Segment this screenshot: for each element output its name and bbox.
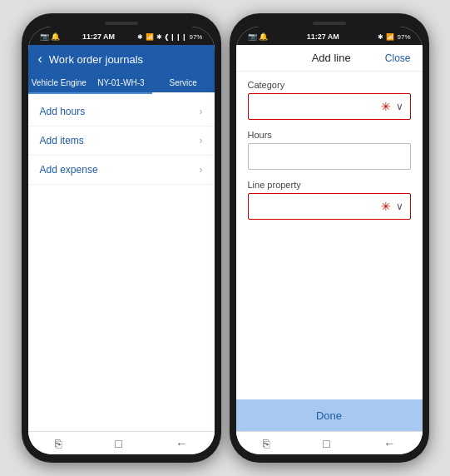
line-property-required-star: ✳	[381, 200, 391, 213]
tab-workorder[interactable]: NY-01-WH-3	[90, 73, 152, 92]
hours-field: Hours	[248, 130, 411, 170]
tab-vehicle-engine[interactable]: Vehicle Engine	[28, 73, 91, 92]
app-header: ‹ Work order journals	[28, 45, 215, 73]
close-button[interactable]: Close	[385, 52, 411, 64]
line-property-input[interactable]: ✳ ∨	[248, 193, 411, 220]
app-title: Work order journals	[49, 53, 143, 66]
nav-recent-icon[interactable]: ⎘	[55, 437, 62, 450]
nav-back-icon-2[interactable]: ←	[383, 437, 395, 450]
phone-1-screen: 📷 🔔 11:27 AM ✱ 📶 ✱ ❰❙❙❙ 97% ‹ Work order…	[28, 27, 215, 454]
nav-bar-1: ⎘ □ ←	[28, 431, 215, 454]
nav-bar-2: ⎘ □ ←	[236, 431, 423, 454]
nav-home-icon[interactable]: □	[115, 437, 121, 450]
line-property-field: Line property ✳ ∨	[248, 180, 411, 220]
status-left-icons-2: 📷 🔔	[248, 32, 269, 41]
hours-input[interactable]	[248, 143, 411, 170]
nav-back-icon[interactable]: ←	[176, 437, 187, 450]
menu-list: Add hours › Add items › Add expense ›	[28, 94, 215, 431]
category-required-star: ✳	[381, 100, 391, 113]
line-property-dropdown-arrow: ∨	[396, 201, 403, 212]
status-bar-2: 📷 🔔 11:27 AM ✱ 📶 97%	[236, 27, 423, 45]
add-hours-arrow: ›	[200, 106, 203, 117]
menu-item-add-items[interactable]: Add items ›	[28, 126, 215, 156]
done-button[interactable]: Done	[316, 409, 342, 422]
category-field: Category ✳ ∨	[248, 80, 411, 120]
status-right-icons-1: ✱ 📶 ✱ ❰❙❙❙ 97%	[137, 33, 202, 41]
form-area: Category ✳ ∨ Hours Line property	[236, 72, 423, 399]
hours-label: Hours	[248, 130, 411, 140]
add-line-header: Add line Close	[236, 45, 423, 72]
back-button[interactable]: ‹	[38, 52, 42, 67]
category-input[interactable]: ✳ ∨	[248, 93, 411, 120]
tab-bar: Vehicle Engine NY-01-WH-3 Service	[28, 73, 215, 94]
add-line-title: Add line	[278, 52, 385, 64]
status-right-icons-2: ✱ 📶 97%	[378, 33, 410, 41]
nav-home-icon-2[interactable]: □	[323, 437, 329, 450]
category-dropdown-arrow: ∨	[396, 101, 403, 112]
menu-item-add-expense[interactable]: Add expense ›	[28, 156, 215, 185]
status-bar-1: 📷 🔔 11:27 AM ✱ 📶 ✱ ❰❙❙❙ 97%	[28, 27, 215, 45]
status-left-icons: 📷 🔔	[40, 32, 61, 41]
add-expense-arrow: ›	[200, 164, 203, 176]
menu-item-add-hours[interactable]: Add hours ›	[28, 97, 215, 126]
add-expense-label: Add expense	[40, 164, 98, 176]
add-items-label: Add items	[40, 135, 84, 146]
line-property-label: Line property	[248, 180, 411, 190]
nav-recent-icon-2[interactable]: ⎘	[263, 437, 270, 450]
status-time-2: 11:27 AM	[307, 32, 339, 41]
category-label: Category	[248, 80, 411, 90]
add-hours-label: Add hours	[40, 106, 86, 117]
phone-1: 📷 🔔 11:27 AM ✱ 📶 ✱ ❰❙❙❙ 97% ‹ Work order…	[22, 13, 221, 463]
tab-service[interactable]: Service	[152, 73, 215, 94]
phone-2-screen: 📷 🔔 11:27 AM ✱ 📶 97% Add line Close Cate…	[236, 27, 423, 454]
status-time-1: 11:27 AM	[82, 32, 115, 41]
done-bar: Done	[236, 399, 423, 431]
phone-2: 📷 🔔 11:27 AM ✱ 📶 97% Add line Close Cate…	[230, 13, 429, 463]
add-items-arrow: ›	[200, 135, 203, 146]
